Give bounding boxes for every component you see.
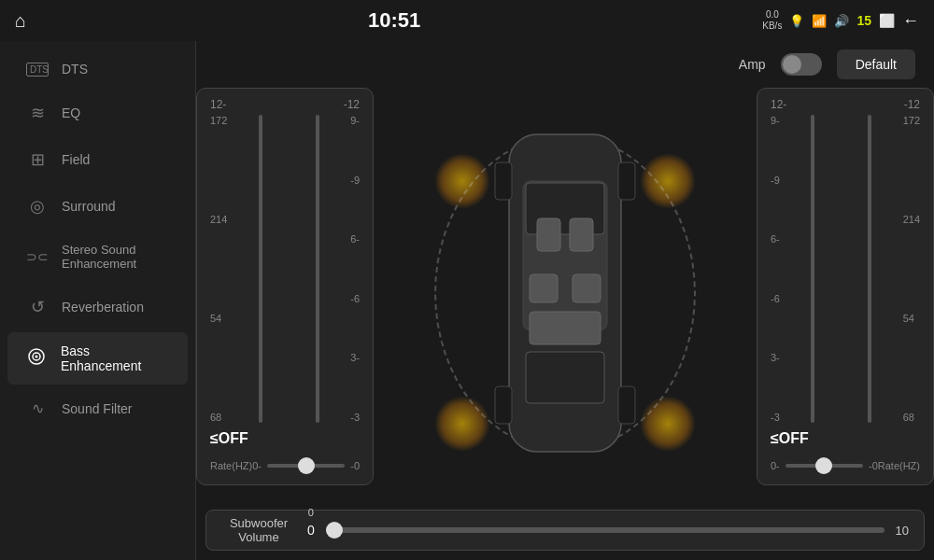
sidebar-label-soundfilter: Sound Filter bbox=[62, 401, 132, 416]
sidebar-item-field[interactable]: ⊞ Field bbox=[7, 138, 188, 181]
subwoofer-track[interactable] bbox=[326, 527, 884, 533]
right-rate-track[interactable] bbox=[785, 464, 863, 468]
main-content: Amp Default 12- -12 172 214 54 68 bbox=[196, 41, 934, 560]
right-rate-thumb[interactable] bbox=[815, 457, 832, 474]
r-freq-172: 172 bbox=[903, 115, 920, 126]
right-track-1 bbox=[811, 115, 814, 423]
svg-rect-6 bbox=[526, 352, 604, 403]
scale-3: 3- bbox=[350, 352, 360, 363]
svg-rect-9 bbox=[530, 274, 558, 302]
network-speed: 0.0KB/s bbox=[762, 9, 782, 32]
sidebar-label-bass: Bass Enhancement bbox=[61, 343, 169, 373]
sidebar-label-field: Field bbox=[62, 152, 90, 167]
status-icons: 0.0KB/s 💡 📶 🔊 15 ⬜ ← bbox=[762, 9, 919, 32]
left-rate-label: Rate(HZ) bbox=[210, 460, 252, 471]
right-scale-labels: 9- -9 6- -6 3- -3 bbox=[771, 115, 780, 423]
sidebar-label-surround: Surround bbox=[62, 199, 116, 214]
r-scale-9: 9- bbox=[771, 115, 780, 126]
scale-6r: -6 bbox=[350, 293, 360, 304]
subwoofer-top-value: 0 0 bbox=[307, 522, 315, 539]
sidebar-item-bass[interactable]: Bass Enhancement bbox=[7, 332, 188, 385]
subwoofer-thumb[interactable] bbox=[326, 522, 343, 539]
sub-top-value: 0 bbox=[308, 507, 314, 518]
sidebar-item-dts[interactable]: DTS DTS bbox=[7, 50, 188, 88]
svg-rect-13 bbox=[618, 162, 635, 200]
svg-rect-7 bbox=[537, 218, 560, 251]
left-track-2 bbox=[316, 115, 319, 423]
left-panel-bottom: Rate(HZ) 0- -0 bbox=[210, 455, 360, 475]
sidebar-item-stereo[interactable]: ⊃⊂ Stereo Sound Enhancement bbox=[7, 231, 188, 282]
right-tracks bbox=[787, 115, 896, 423]
default-button[interactable]: Default bbox=[837, 49, 915, 79]
right-rate-label: Rate(HZ) bbox=[878, 460, 920, 471]
car-visualization bbox=[397, 88, 733, 498]
home-icon[interactable]: ⌂ bbox=[15, 10, 26, 32]
right-panel-top-labels: 12- -12 bbox=[771, 98, 920, 111]
left-panel-top-labels: 12- -12 bbox=[210, 98, 360, 111]
scale-9: 9- bbox=[350, 115, 360, 126]
right-slider-2[interactable] bbox=[844, 115, 896, 423]
r-scale-6: 6- bbox=[771, 233, 780, 245]
dts-icon: DTS bbox=[26, 63, 49, 77]
freq-172: 172 bbox=[210, 115, 227, 126]
sidebar-item-eq[interactable]: ≋ EQ bbox=[7, 91, 188, 134]
right-slider-area: 9- -9 6- -6 3- -3 172 21 bbox=[771, 115, 920, 423]
surround-icon: ◎ bbox=[26, 196, 49, 217]
bluetooth-icon: 💡 bbox=[789, 14, 804, 28]
volume-level: 15 bbox=[856, 13, 871, 28]
freq-214: 214 bbox=[210, 214, 227, 225]
status-bar: ⌂ 10:51 0.0KB/s 💡 📶 🔊 15 ⬜ ← bbox=[0, 0, 934, 41]
sidebar-label-stereo: Stereo Sound Enhancement bbox=[62, 243, 169, 271]
r-scale-3: 3- bbox=[771, 352, 780, 363]
r-freq-214: 214 bbox=[903, 214, 920, 225]
amp-toggle[interactable] bbox=[781, 53, 822, 76]
svg-rect-14 bbox=[495, 386, 512, 424]
field-icon: ⊞ bbox=[26, 149, 49, 170]
left-tracks bbox=[234, 115, 343, 423]
svg-rect-15 bbox=[618, 386, 635, 424]
wifi-icon: 📶 bbox=[812, 14, 827, 28]
right-off-label: ≤OFF bbox=[771, 430, 920, 447]
sidebar-item-reverb[interactable]: ↺ Reverberation bbox=[7, 286, 188, 329]
subwoofer-label: SubwooferVolume bbox=[221, 516, 296, 544]
svg-rect-8 bbox=[570, 218, 593, 251]
left-freq-labels: 172 214 54 68 bbox=[210, 115, 227, 423]
bass-icon bbox=[26, 346, 48, 371]
eq-icon: ≋ bbox=[26, 103, 49, 123]
right-freq-labels: 172 214 54 68 bbox=[903, 115, 920, 423]
left-scale-labels: 9- -9 6- -6 3- -3 bbox=[350, 115, 360, 423]
subwoofer-max: 10 bbox=[896, 524, 909, 538]
left-top-label-2: -12 bbox=[344, 98, 360, 111]
subwoofer-bar: SubwooferVolume 0 0 10 bbox=[205, 510, 925, 551]
left-slider-2[interactable] bbox=[291, 115, 343, 423]
right-top-label-2: -12 bbox=[904, 98, 920, 111]
left-speaker-panel: 12- -12 172 214 54 68 bbox=[196, 88, 374, 485]
right-slider-1[interactable] bbox=[787, 115, 839, 423]
back-icon[interactable]: ← bbox=[902, 11, 919, 31]
stereo-icon: ⊃⊂ bbox=[26, 249, 49, 264]
right-speaker-panel: 12- -12 9- -9 6- -6 3- -3 bbox=[757, 88, 934, 485]
sidebar-item-surround[interactable]: ◎ Surround bbox=[7, 185, 188, 228]
r-freq-68: 68 bbox=[903, 412, 920, 423]
svg-rect-10 bbox=[573, 274, 601, 302]
right-top-label-1: 12- bbox=[771, 98, 786, 111]
car-svg bbox=[406, 97, 724, 489]
scale-3r: -3 bbox=[350, 412, 360, 423]
freq-54: 54 bbox=[210, 313, 227, 324]
left-rate-track[interactable] bbox=[267, 464, 345, 468]
r-scale-9r: -9 bbox=[771, 175, 780, 186]
r-scale-6r: -6 bbox=[771, 293, 780, 304]
scale-9r: -9 bbox=[350, 175, 360, 186]
time-display: 10:51 bbox=[368, 8, 420, 33]
r-scale-3r: -3 bbox=[771, 412, 780, 423]
left-rate-thumb[interactable] bbox=[298, 457, 315, 474]
left-slider-1[interactable] bbox=[234, 115, 286, 423]
left-track-1 bbox=[259, 115, 262, 423]
svg-point-2 bbox=[35, 355, 38, 357]
right-rate-max: -0 bbox=[869, 460, 878, 471]
sidebar: DTS DTS ≋ EQ ⊞ Field ◎ Surround ⊃⊂ Stere… bbox=[0, 41, 196, 560]
sidebar-item-soundfilter[interactable]: ∿ Sound Filter bbox=[7, 388, 188, 428]
left-rate-max: -0 bbox=[350, 460, 360, 471]
window-icon: ⬜ bbox=[879, 13, 895, 28]
sidebar-label-reverb: Reverberation bbox=[62, 300, 144, 315]
